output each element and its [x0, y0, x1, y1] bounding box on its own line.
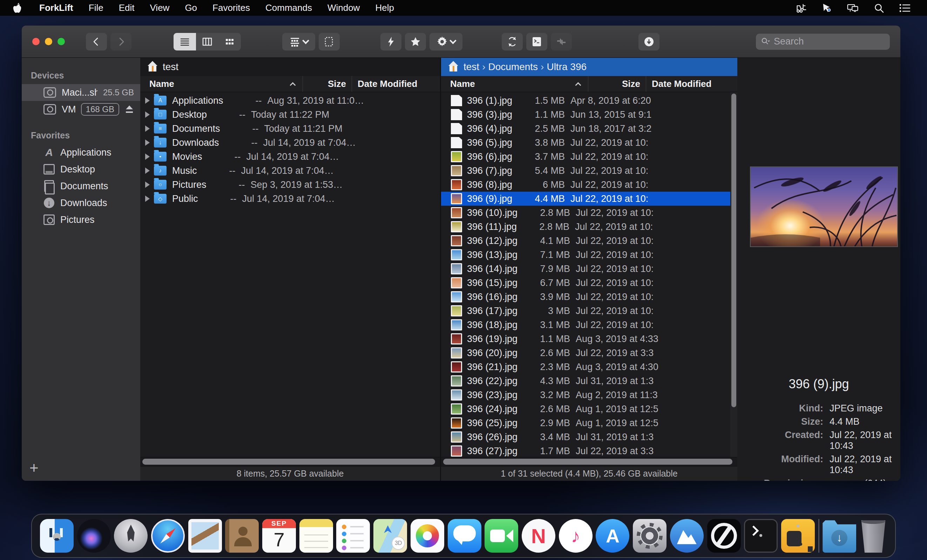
dock-icon-terminal[interactable]	[744, 519, 778, 552]
search-input[interactable]	[774, 36, 885, 47]
minimize-button[interactable]	[45, 38, 52, 45]
disclosure-triangle-icon[interactable]	[145, 140, 150, 146]
file-row[interactable]: 396 (27).jpg 1.7 MB Jul 22, 2019 at 3:3	[441, 444, 730, 457]
dock-icon-forklift[interactable]	[781, 519, 815, 552]
dock-icon-reminders[interactable]	[336, 519, 370, 552]
disclosure-triangle-icon[interactable]	[145, 153, 150, 160]
file-row[interactable]: 396 (15).jpg 6.7 MB Jul 22, 2019 at 10:	[441, 276, 730, 290]
dock-icon-itunes[interactable]	[559, 519, 593, 552]
file-row[interactable]: 396 (8).jpg 6 MB Jul 22, 2019 at 10:	[441, 178, 730, 192]
file-row[interactable]: 396 (18).jpg 3.1 MB Jul 22, 2019 at 10:	[441, 318, 730, 332]
forward-button[interactable]	[111, 33, 131, 50]
dock-icon-photos[interactable]	[410, 519, 444, 552]
add-favorite-button[interactable]: +	[29, 459, 39, 477]
list-view-button[interactable]	[173, 33, 196, 50]
apple-menu-icon[interactable]	[13, 3, 22, 13]
file-row[interactable]: 396 (24).jpg 2.6 MB Aug 1, 2019 at 12:5	[441, 402, 730, 416]
file-row[interactable]: 396 (26).jpg 3.4 MB Jul 31, 2019 at 1:3	[441, 430, 730, 444]
sidebar-favorite-item[interactable]: Documents	[22, 178, 140, 194]
file-row[interactable]: 396 (14).jpg 7.9 MB Jul 22, 2019 at 10:	[441, 262, 730, 276]
sidebar-favorite-item[interactable]: Applications	[22, 144, 140, 161]
folder-row[interactable]: Music -- Jul 14, 2019 at 7:04…	[140, 164, 440, 178]
transfer-button[interactable]	[551, 33, 572, 50]
menu-item[interactable]: View	[142, 3, 177, 13]
dock-icon-sysprefs[interactable]	[633, 519, 667, 552]
dock-icon-appstore[interactable]	[596, 519, 629, 552]
scrollbar-thumb[interactable]	[443, 459, 732, 465]
forklift-status-icon[interactable]	[795, 3, 807, 13]
menu-app-name[interactable]: ForkLift	[32, 0, 81, 16]
file-row[interactable]: 396 (10).jpg 2.8 MB Jul 22, 2019 at 10:	[441, 206, 730, 220]
dock-icon-darkapp[interactable]	[707, 519, 741, 552]
scrollbar-thumb[interactable]	[731, 94, 736, 407]
column-header-date[interactable]: Date Modified	[352, 76, 440, 92]
scrollbar-thumb[interactable]	[142, 459, 435, 465]
dock-icon-mountain[interactable]	[670, 519, 704, 552]
sidebar-favorite-item[interactable]: Pictures	[22, 211, 140, 228]
file-row[interactable]: 396 (17).jpg 3 MB Jul 22, 2019 at 10:	[441, 304, 730, 318]
menu-item[interactable]: Edit	[111, 3, 142, 13]
folder-row[interactable]: Applications -- Aug 31, 2019 at 11:0…	[140, 94, 440, 108]
dock-icon-safari[interactable]	[151, 519, 185, 552]
disclosure-triangle-icon[interactable]	[145, 182, 150, 188]
file-row[interactable]: 396 (12).jpg 4.1 MB Jul 22, 2019 at 10:	[441, 234, 730, 248]
file-row[interactable]: 396 (19).jpg 1.1 MB Aug 3, 2019 at 4:33	[441, 332, 730, 346]
file-row[interactable]: 396 (7).jpg 5.4 MB Jul 22, 2019 at 10:	[441, 164, 730, 178]
menu-item[interactable]: File	[81, 3, 111, 13]
dock-icon-notes[interactable]	[299, 519, 333, 552]
column-header-name[interactable]: Name	[441, 79, 588, 90]
folder-row[interactable]: Documents -- Today at 11:21 PM	[140, 121, 440, 136]
favorites-button[interactable]	[405, 33, 426, 50]
column-header-date[interactable]: Date Modified	[646, 76, 737, 92]
menu-item[interactable]: Go	[177, 3, 205, 13]
file-row[interactable]: 396 (20).jpg 2.6 MB Jul 22, 2019 at 3:3	[441, 346, 730, 360]
file-row[interactable]: 396 (11).jpg 2.8 MB Jul 22, 2019 at 10:	[441, 220, 730, 234]
breadcrumb-item[interactable]: Ultra 396	[541, 61, 587, 73]
actions-gear-button[interactable]	[430, 33, 462, 50]
displays-icon[interactable]	[847, 3, 859, 13]
file-row[interactable]: 396 (25).jpg 2.9 MB Aug 1, 2019 at 12:5	[441, 416, 730, 430]
icon-view-button[interactable]	[219, 33, 241, 50]
search-field[interactable]	[756, 33, 890, 50]
menu-item[interactable]: Commands	[258, 3, 320, 13]
file-row[interactable]: 396 (5).jpg 3.8 MB Jul 22, 2019 at 10:	[441, 136, 730, 150]
terminal-button[interactable]	[526, 33, 547, 50]
breadcrumb-item[interactable]: Documents	[482, 61, 538, 73]
sidebar-device-item[interactable]: VM...ders 168 GB	[22, 101, 140, 118]
zoom-button[interactable]	[58, 38, 65, 45]
dock-icon-mail[interactable]	[188, 519, 222, 552]
menu-item[interactable]: Help	[368, 3, 401, 13]
file-row[interactable]: 396 (1).jpg 1.5 MB Apr 8, 2019 at 6:20	[441, 94, 730, 108]
disclosure-triangle-icon[interactable]	[145, 167, 150, 174]
folder-row[interactable]: Pictures -- Sep 3, 2019 at 1:53…	[140, 178, 440, 192]
dock-icon-news[interactable]	[522, 519, 555, 552]
close-button[interactable]	[32, 38, 40, 45]
quick-actions-button[interactable]	[380, 33, 401, 50]
dock-icon-siri[interactable]	[77, 519, 111, 552]
disclosure-triangle-icon[interactable]	[145, 126, 150, 132]
sidebar-favorite-item[interactable]: Downloads	[22, 194, 140, 211]
file-row[interactable]: 396 (4).jpg 2.5 MB Jun 18, 2017 at 3:2	[441, 121, 730, 136]
sidebar-favorite-item[interactable]: Desktop	[22, 161, 140, 178]
menu-item[interactable]: Favorites	[205, 3, 258, 13]
file-row[interactable]: 396 (23).jpg 3.2 MB Aug 2, 2019 at 11:3	[441, 388, 730, 402]
arrange-button[interactable]	[282, 33, 315, 50]
right-vertical-scrollbar[interactable]	[730, 92, 737, 457]
remote-cursor-icon[interactable]	[821, 3, 833, 13]
dock-icon-calendar[interactable]	[262, 519, 296, 552]
column-header-size[interactable]: Size	[588, 76, 646, 92]
file-row[interactable]: 396 (6).jpg 3.7 MB Jul 22, 2019 at 10:	[441, 150, 730, 164]
right-horizontal-scrollbar[interactable]	[441, 457, 737, 466]
dock-icon-launchpad[interactable]	[114, 519, 147, 552]
folder-row[interactable]: Movies -- Jul 14, 2019 at 7:04…	[140, 150, 440, 164]
column-header-size[interactable]: Size	[302, 76, 352, 92]
sync-button[interactable]	[502, 33, 523, 50]
column-view-button[interactable]	[196, 33, 219, 50]
file-row[interactable]: 396 (3).jpg 1.1 MB Jun 13, 2015 at 9:1	[441, 108, 730, 121]
file-row[interactable]: 396 (16).jpg 3.9 MB Jul 22, 2019 at 10:	[441, 290, 730, 304]
menu-item[interactable]: Window	[320, 3, 368, 13]
disclosure-triangle-icon[interactable]	[145, 97, 150, 104]
file-row[interactable]: 396 (22).jpg 4.3 MB Jul 31, 2019 at 1:3	[441, 374, 730, 388]
breadcrumb[interactable]: test	[163, 61, 178, 73]
folder-row[interactable]: Downloads -- Jul 14, 2019 at 7:04…	[140, 136, 440, 150]
